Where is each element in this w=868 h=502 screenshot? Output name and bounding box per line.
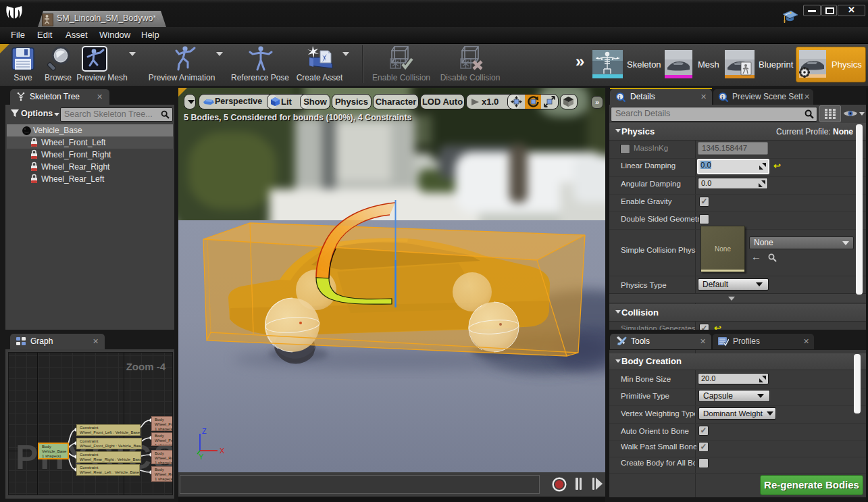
svg-text:Y: Y	[199, 453, 204, 461]
svg-text:Z: Z	[202, 427, 207, 435]
svg-text:X: X	[220, 447, 225, 455]
